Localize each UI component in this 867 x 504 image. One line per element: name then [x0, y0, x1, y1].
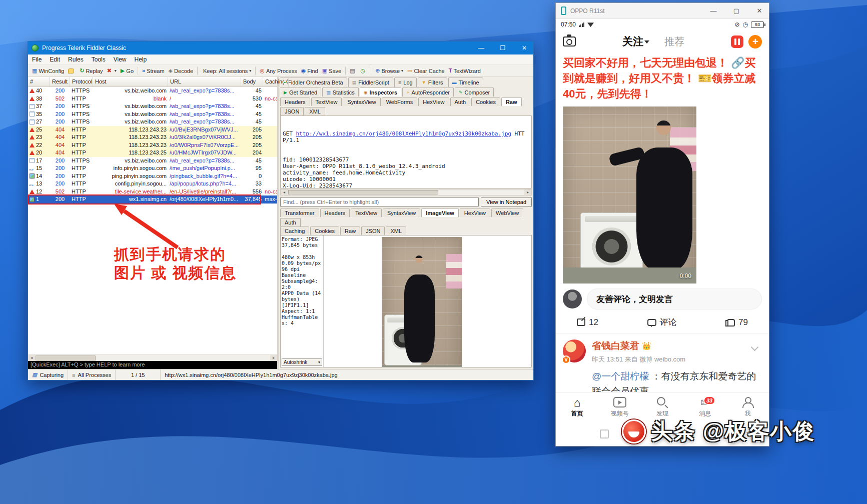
avatar[interactable]: [563, 290, 582, 308]
scroll-left-icon[interactable]: ◂: [281, 190, 288, 195]
toolbar-button[interactable]: Decode▾: [167, 67, 198, 75]
mid-tab[interactable]: AutoResponder: [402, 88, 454, 96]
toolbar-button[interactable]: Go▾: [119, 67, 138, 75]
toolbar-button[interactable]: Save▾: [320, 67, 346, 75]
response-tab[interactable]: Cookies: [310, 226, 339, 235]
quickexec-bar[interactable]: [QuickExec] ALT+Q > type HELP to learn m…: [28, 361, 277, 369]
maximize-button[interactable]: ▢: [727, 3, 746, 18]
mention-link[interactable]: @一个甜柠檬: [592, 371, 649, 382]
request-url-link[interactable]: http://wx1.sinaimg.cn/orj480/008lXeHPly1…: [296, 130, 511, 137]
minimize-button[interactable]: —: [472, 42, 490, 54]
scroll-left-icon[interactable]: ◂: [28, 355, 35, 361]
response-tab[interactable]: TextView: [351, 208, 382, 217]
raw-hscrollbar[interactable]: ◂ ▸: [280, 189, 532, 196]
view-in-notepad-button[interactable]: View in Notepad: [481, 198, 532, 206]
avatar[interactable]: V: [563, 340, 586, 362]
scroll-right-icon[interactable]: ▸: [270, 355, 277, 361]
find-input[interactable]: [280, 198, 479, 206]
capturing-status[interactable]: Capturing: [28, 370, 68, 380]
response-tab[interactable]: Transformer: [280, 208, 319, 217]
top-tab[interactable]: Fiddler Orchestra Beta: [280, 78, 347, 87]
toolbar-button[interactable]: ▾: [359, 67, 372, 74]
toolbar-button[interactable]: Clear Cache▾: [405, 67, 447, 75]
toolbar-button[interactable]: TextWizard▾: [447, 67, 483, 75]
close-button[interactable]: ✕: [515, 42, 533, 54]
session-row[interactable]: 17 200 HTTPS vs.biz.weibo.com /wb_real_e…: [28, 157, 277, 165]
comment-item[interactable]: V 省钱白菜君👑 昨天 13:51 来自 微博 weibo.com @一个甜柠檬…: [556, 336, 769, 392]
scrollbar-thumb[interactable]: [36, 356, 96, 360]
menu-item[interactable]: View: [110, 55, 131, 64]
nav-item[interactable]: 33 首页: [556, 392, 598, 422]
process-filter[interactable]: All Processes: [68, 370, 116, 380]
top-tab[interactable]: Log: [394, 78, 417, 87]
column-header[interactable]: Protocol: [70, 77, 93, 86]
toolbar-button[interactable]: Find▾: [299, 67, 320, 75]
like-button[interactable]: 79: [725, 316, 748, 328]
minimize-button[interactable]: —: [704, 3, 723, 18]
toolbar-button[interactable]: ▾: [105, 67, 119, 74]
response-tab[interactable]: Headers: [320, 208, 350, 217]
session-row[interactable]: 20 404 HTTP 118.123.243.25 /u0/HMcJWTIrg…: [28, 149, 277, 157]
request-tab[interactable]: Cookies: [471, 98, 500, 106]
mid-tab[interactable]: Get Started: [280, 88, 321, 96]
fiddler-titlebar[interactable]: Progress Telerik Fiddler Classic — ❐ ✕: [28, 42, 533, 54]
tab-follow[interactable]: 关注: [622, 34, 649, 48]
request-tab[interactable]: Headers: [280, 98, 310, 106]
checkbox[interactable]: [600, 430, 609, 438]
tab-recommend[interactable]: 推荐: [664, 35, 684, 48]
column-header[interactable]: Result: [50, 77, 70, 86]
top-tab[interactable]: Timeline: [448, 78, 483, 87]
compose-plus-button[interactable]: +: [748, 35, 762, 48]
session-row[interactable]: 13 200 HTTP config.pinyin.sogou... /api/…: [28, 180, 277, 188]
commenter-name[interactable]: 省钱白菜君👑: [592, 340, 746, 352]
maximize-button[interactable]: ❐: [494, 42, 512, 54]
column-header[interactable]: Body: [241, 77, 263, 86]
session-row[interactable]: 40 200 HTTPS vs.biz.weibo.com /wb_real_e…: [28, 87, 277, 95]
session-row[interactable]: 25 404 HTTP 118.123.243.23 /u0/BvjE3RNBg…: [28, 126, 277, 134]
phone-titlebar[interactable]: OPPO R11st — ▢ ✕: [556, 3, 769, 19]
response-tab[interactable]: SyntaxView: [383, 208, 420, 217]
response-tab[interactable]: ImageView: [421, 208, 459, 217]
toolbar-button[interactable]: WinConfig▾: [30, 67, 66, 75]
menu-item[interactable]: File: [28, 55, 46, 64]
autoshrink-dropdown[interactable]: Autoshrink▾: [282, 358, 322, 366]
response-tab[interactable]: Caching: [280, 226, 309, 235]
toolbar-button[interactable]: Keep: All sessions▾: [200, 67, 256, 75]
mid-tab[interactable]: Statistics: [322, 88, 359, 96]
session-row[interactable]: 37 200 HTTPS vs.biz.weibo.com /wb_real_e…: [28, 102, 277, 110]
close-button[interactable]: ✕: [750, 3, 769, 18]
request-tab[interactable]: HexView: [418, 98, 449, 106]
camera-icon[interactable]: [563, 36, 576, 46]
session-row[interactable]: 14 200 HTTP ping.pinyin.sogou.com /pingb…: [28, 172, 277, 180]
request-tab[interactable]: TextView: [311, 98, 342, 106]
menu-item[interactable]: Rules: [64, 55, 88, 64]
session-row[interactable]: 38 502 HTTP blank / 530 no-cac... tex: [28, 95, 277, 103]
top-tab[interactable]: Filters: [418, 78, 447, 87]
session-row[interactable]: 27 200 HTTPS vs.biz.weibo.com /wb_real_e…: [28, 118, 277, 126]
column-header[interactable]: #: [28, 77, 50, 86]
column-header[interactable]: Caching: [263, 77, 284, 86]
post-video[interactable]: 0:00: [563, 106, 696, 284]
session-row[interactable]: 35 200 HTTPS vs.biz.weibo.com /wb_real_e…: [28, 110, 277, 118]
request-tab[interactable]: SyntaxView: [343, 98, 380, 106]
toolbar-button[interactable]: Any Process▾: [258, 67, 299, 75]
response-tab[interactable]: JSON: [361, 226, 385, 235]
toolbar-button[interactable]: Browse▾: [373, 67, 405, 75]
session-row[interactable]: 22 404 HTTP 118.123.243.23 /o0/W0RpnsF7l…: [28, 142, 277, 150]
toolbar-button[interactable]: Replay▾: [78, 67, 105, 75]
response-tab[interactable]: Auth: [280, 218, 301, 226]
scroll-right-icon[interactable]: ▸: [524, 190, 531, 195]
menu-item[interactable]: Edit: [46, 55, 64, 64]
column-header[interactable]: URL: [168, 77, 241, 86]
chevron-down-icon[interactable]: [751, 344, 759, 352]
request-tab[interactable]: JSON: [280, 107, 304, 116]
share-button[interactable]: 12: [577, 316, 598, 328]
request-tab[interactable]: Auth: [450, 98, 471, 106]
mid-tab[interactable]: Composer: [455, 88, 494, 96]
toolbar-button[interactable]: Stream▾: [140, 67, 167, 75]
column-header[interactable]: Host: [93, 77, 168, 86]
scrollbar-thumb[interactable]: [288, 190, 438, 194]
request-tab[interactable]: Raw: [501, 98, 522, 106]
request-raw-view[interactable]: GET http://wx1.sinaimg.cn/orj480/008lXeH…: [280, 116, 532, 188]
comment-button[interactable]: 评论: [647, 316, 677, 328]
